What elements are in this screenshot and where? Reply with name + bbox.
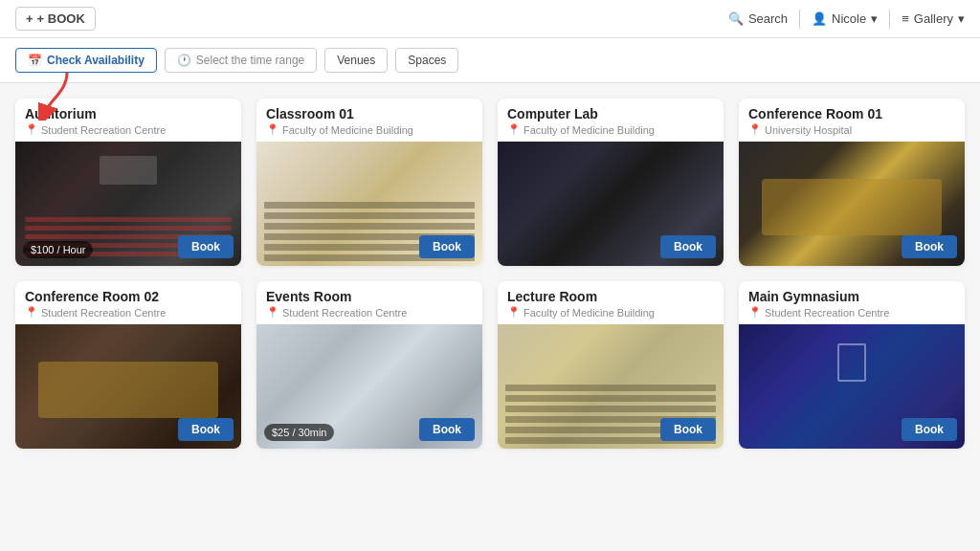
card-lectureroom: Lecture Room 📍 Faculty of Medicine Build… xyxy=(498,281,724,449)
card-info-classroom01: Classroom 01 📍 Faculty of Medicine Build… xyxy=(256,99,482,142)
book-button[interactable]: + + BOOK xyxy=(15,7,96,31)
card-title-lectureroom: Lecture Room xyxy=(507,289,714,304)
price-badge-eventsroom: $25 / 30min xyxy=(264,424,334,441)
card-image-confroom01: Book xyxy=(739,142,965,266)
card-subtitle-auditorium: 📍 Student Recreation Centre xyxy=(25,123,232,136)
card-info-eventsroom: Events Room 📍 Student Recreation Centre xyxy=(256,281,482,324)
calendar-icon: 📅 xyxy=(28,54,42,67)
book-button-classroom01[interactable]: Book xyxy=(419,235,475,258)
header-divider-2 xyxy=(889,10,890,29)
card-complab: Computer Lab 📍 Faculty of Medicine Build… xyxy=(498,99,724,266)
search-label: Search xyxy=(748,11,788,26)
card-image-classroom01: Book xyxy=(256,142,482,266)
card-confroom01: Conference Room 01 📍 University Hospital… xyxy=(739,99,965,266)
user-chevron-icon: ▾ xyxy=(871,11,878,26)
card-subtitle-confroom01: 📍 University Hospital xyxy=(748,123,955,136)
gallery-chevron-icon: ▾ xyxy=(958,11,965,26)
card-image-confroom02: Book xyxy=(15,324,241,449)
card-confroom02: Conference Room 02 📍 Student Recreation … xyxy=(15,281,241,449)
time-range-placeholder: Select the time range xyxy=(196,54,304,67)
card-info-lectureroom: Lecture Room 📍 Faculty of Medicine Build… xyxy=(498,281,724,324)
location-icon-complab: 📍 xyxy=(507,123,521,136)
location-icon-eventsroom: 📍 xyxy=(266,306,279,319)
header-right: 🔍 Search 👤 Nicole ▾ ≡ Gallery ▾ xyxy=(728,10,965,29)
aud-row xyxy=(25,226,232,231)
lecture-row xyxy=(264,223,475,230)
card-title-confroom01: Conference Room 01 xyxy=(748,106,955,121)
lecture-row xyxy=(505,395,716,402)
card-subtitle-classroom01: 📍 Faculty of Medicine Building xyxy=(266,123,473,136)
book-button-lectureroom[interactable]: Book xyxy=(660,418,716,441)
aud-screen xyxy=(100,156,157,185)
venues-label: Venues xyxy=(337,54,375,67)
location-icon-confroom01: 📍 xyxy=(748,123,762,136)
price-badge-auditorium: $100 / Hour xyxy=(23,241,93,258)
card-subtitle-lectureroom: 📍 Faculty of Medicine Building xyxy=(507,306,714,319)
card-subtitle-text-classroom01: Faculty of Medicine Building xyxy=(282,124,413,136)
card-gymnasium: Main Gymnasium 📍 Student Recreation Cent… xyxy=(739,281,965,449)
header-left: + + BOOK xyxy=(15,7,96,31)
card-title-classroom01: Classroom 01 xyxy=(266,106,473,121)
gallery-icon: ≡ xyxy=(902,11,909,26)
card-image-complab: Book xyxy=(498,142,724,266)
card-eventsroom: Events Room 📍 Student Recreation Centre … xyxy=(256,281,482,449)
book-button-gymnasium[interactable]: Book xyxy=(902,418,957,441)
card-title-gymnasium: Main Gymnasium xyxy=(748,289,955,304)
card-info-gymnasium: Main Gymnasium 📍 Student Recreation Cent… xyxy=(739,281,965,324)
spaces-label: Spaces xyxy=(408,54,446,67)
card-subtitle-confroom02: 📍 Student Recreation Centre xyxy=(25,306,232,319)
location-icon-confroom02: 📍 xyxy=(25,306,38,319)
gallery-label: Gallery xyxy=(914,11,953,26)
card-image-eventsroom: $25 / 30min Book xyxy=(256,324,482,449)
card-info-confroom01: Conference Room 01 📍 University Hospital xyxy=(739,99,965,142)
lecture-row xyxy=(264,202,475,209)
card-title-complab: Computer Lab xyxy=(507,106,714,121)
card-image-auditorium: $100 / Hour Book xyxy=(15,142,241,266)
gallery-button[interactable]: ≡ Gallery ▾ xyxy=(902,11,965,26)
location-icon-lectureroom: 📍 xyxy=(507,306,521,319)
lecture-row xyxy=(505,385,716,391)
book-label: + BOOK xyxy=(37,11,85,26)
card-title-confroom02: Conference Room 02 xyxy=(25,289,232,304)
check-availability-button[interactable]: 📅 Check Availability xyxy=(15,48,157,73)
toolbar: 📅 Check Availability 🕐 Select the time r… xyxy=(0,38,980,83)
time-range-button[interactable]: 🕐 Select the time range xyxy=(165,48,317,73)
lecture-row xyxy=(505,406,716,412)
location-icon-auditorium: 📍 xyxy=(25,123,38,136)
card-subtitle-text-gymnasium: Student Recreation Centre xyxy=(765,307,889,319)
card-title-eventsroom: Events Room xyxy=(266,289,473,304)
card-image-gymnasium: Book xyxy=(739,324,965,449)
conf-table xyxy=(38,362,219,418)
header: + + BOOK 🔍 Search 👤 Nicole ▾ ≡ Gallery ▾ xyxy=(0,0,980,38)
book-button-auditorium[interactable]: Book xyxy=(178,235,234,258)
user-button[interactable]: 👤 Nicole ▾ xyxy=(812,11,878,26)
card-subtitle-text-lectureroom: Faculty of Medicine Building xyxy=(523,307,655,319)
card-subtitle-text-complab: Faculty of Medicine Building xyxy=(523,124,655,136)
search-button[interactable]: 🔍 Search xyxy=(728,11,788,26)
card-subtitle-eventsroom: 📍 Student Recreation Centre xyxy=(266,306,473,319)
card-subtitle-text-confroom01: University Hospital xyxy=(765,124,852,136)
card-classroom01: Classroom 01 📍 Faculty of Medicine Build… xyxy=(256,99,482,266)
book-button-confroom01[interactable]: Book xyxy=(902,235,957,258)
check-availability-label: Check Availability xyxy=(47,54,145,67)
book-button-confroom02[interactable]: Book xyxy=(178,418,234,441)
book-button-complab[interactable]: Book xyxy=(660,235,716,258)
card-subtitle-gymnasium: 📍 Student Recreation Centre xyxy=(748,306,955,319)
card-title-auditorium: Auditorium xyxy=(25,106,232,121)
card-subtitle-complab: 📍 Faculty of Medicine Building xyxy=(507,123,714,136)
card-info-complab: Computer Lab 📍 Faculty of Medicine Build… xyxy=(498,99,724,142)
gym-hoop xyxy=(837,343,866,382)
card-subtitle-text-confroom02: Student Recreation Centre xyxy=(41,307,166,319)
book-button-eventsroom[interactable]: Book xyxy=(419,418,475,441)
card-info-confroom02: Conference Room 02 📍 Student Recreation … xyxy=(15,281,241,324)
lecture-row xyxy=(264,212,475,219)
clock-icon: 🕐 xyxy=(177,54,191,67)
card-subtitle-text-auditorium: Student Recreation Centre xyxy=(41,124,166,136)
aud-row xyxy=(25,217,232,222)
venues-button[interactable]: Venues xyxy=(324,48,388,73)
spaces-button[interactable]: Spaces xyxy=(395,48,458,73)
user-label: Nicole xyxy=(832,11,866,26)
conf-table xyxy=(762,179,943,235)
user-icon: 👤 xyxy=(812,11,827,26)
card-auditorium: Auditorium 📍 Student Recreation Centre $… xyxy=(15,99,241,266)
